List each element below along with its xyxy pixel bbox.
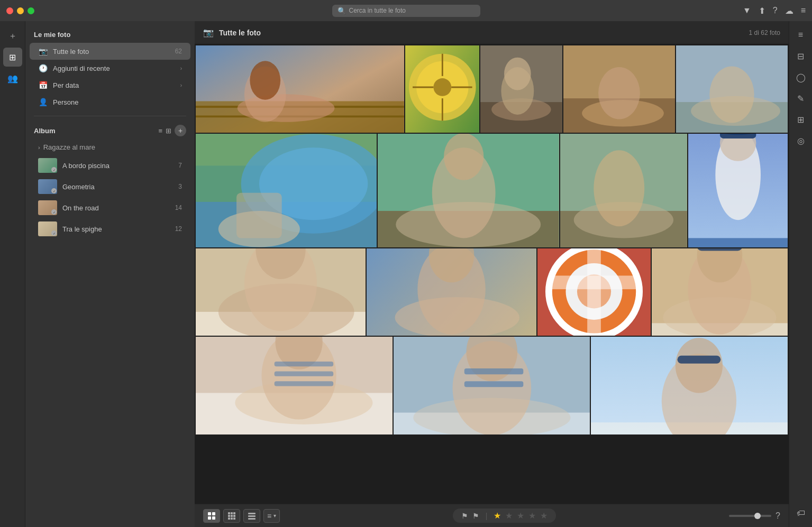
album-label-spighe: Tra le spighe	[62, 225, 170, 233]
search-input[interactable]	[349, 7, 475, 14]
photo-cell-10[interactable]	[196, 248, 366, 336]
svg-rect-76	[275, 362, 334, 366]
svg-rect-93	[208, 516, 211, 520]
flag-button-1[interactable]: ⚑	[461, 512, 468, 520]
album-expand-label: Ragazze al mare	[43, 143, 95, 151]
search-bar[interactable]: 🔍	[332, 5, 480, 17]
photo-cell-4[interactable]	[563, 45, 675, 133]
photo-cell-5[interactable]	[676, 45, 788, 133]
svg-point-27	[709, 67, 754, 123]
rt-eye-icon[interactable]: ◯	[792, 69, 809, 86]
album-thumb-spighe: ✓	[38, 221, 57, 236]
svg-rect-64	[587, 248, 601, 336]
sidebar-item-bydate[interactable]: 📅 Per data ›	[30, 77, 190, 94]
photo-cell-9[interactable]	[688, 134, 788, 247]
album-item-geo[interactable]: ✓ Geometria 3	[30, 176, 190, 197]
list-view-icon[interactable]: ≡	[158, 127, 162, 135]
share-icon[interactable]: ⬆	[759, 6, 765, 16]
grid-small-view-button[interactable]	[223, 509, 240, 523]
star-4[interactable]: ★	[528, 511, 536, 521]
rt-tag-icon[interactable]: 🏷	[792, 505, 809, 522]
album-expand-ragazze[interactable]: › Ragazze al mare	[30, 140, 190, 155]
svg-point-23	[598, 67, 640, 119]
all-photos-icon: 📷	[38, 47, 48, 56]
expand-arrow-icon: ›	[38, 144, 40, 151]
photo-cell-8[interactable]	[560, 134, 687, 247]
album-count-geo: 3	[178, 183, 182, 190]
add-album-button[interactable]: +	[175, 125, 186, 136]
close-button[interactable]	[6, 7, 13, 14]
photo-16	[591, 337, 788, 434]
photo-cell-2[interactable]	[405, 45, 480, 133]
star-1[interactable]: ★	[494, 511, 501, 521]
star-2[interactable]: ★	[505, 511, 513, 521]
zoom-handle[interactable]	[754, 513, 761, 519]
album-label-pool: A bordo piscina	[62, 162, 173, 170]
photos-icon[interactable]: ⊞	[3, 48, 22, 67]
svg-rect-102	[231, 517, 233, 520]
sidebar-divider	[34, 116, 186, 116]
album-item-spighe[interactable]: ✓ Tra le spighe 12	[30, 218, 190, 239]
photo-row-2	[196, 134, 788, 247]
sidebar-item-people[interactable]: 👤 Persone	[30, 94, 190, 110]
bydate-label: Per data	[53, 81, 175, 89]
star-5[interactable]: ★	[540, 511, 548, 521]
sort-button[interactable]: ≡ ▾	[263, 509, 280, 523]
minimize-button[interactable]	[17, 7, 24, 14]
photo-cell-3[interactable]	[480, 45, 562, 133]
photo-cell-1[interactable]	[196, 45, 404, 133]
flag-button-2[interactable]: ⚑	[472, 512, 479, 520]
photo-row-1	[196, 45, 788, 133]
photo-13	[652, 248, 788, 336]
photo-cell-15[interactable]	[394, 337, 590, 434]
rating-box: ⚑ ⚑ | ★ ★ ★ ★ ★	[453, 508, 556, 523]
album-badge-spighe: ✓	[51, 230, 57, 236]
sidebar-item-all[interactable]: 📷 Tutte le foto 62	[30, 43, 190, 60]
maximize-button[interactable]	[28, 7, 34, 14]
photo-cell-7[interactable]	[378, 134, 559, 247]
photo-cell-12[interactable]	[537, 248, 651, 336]
rt-pencil-icon[interactable]: ✎	[792, 90, 809, 107]
filter-icon[interactable]: ▼	[743, 6, 751, 15]
cloud-icon[interactable]: ☁	[785, 6, 793, 16]
rt-filter-icon[interactable]: ⊟	[792, 48, 809, 64]
star-3[interactable]: ★	[517, 511, 524, 521]
content-header-icon: 📷	[203, 27, 214, 38]
photo-cell-14[interactable]	[196, 337, 393, 434]
help-icon[interactable]: ?	[773, 6, 778, 15]
photo-cell-11[interactable]	[367, 248, 536, 336]
photo-8	[560, 134, 687, 247]
main-layout: ＋ ⊞ 👥 Le mie foto 📷 Tutte le foto 62 🕐 A…	[0, 21, 812, 527]
people-icon[interactable]: 👥	[3, 69, 22, 88]
zoom-slider[interactable]	[729, 515, 771, 517]
album-badge-road: ✓	[51, 209, 57, 215]
photo-cell-6[interactable]	[196, 134, 377, 247]
svg-rect-100	[233, 515, 235, 517]
photo-7	[378, 134, 559, 247]
photo-cell-16[interactable]	[591, 337, 788, 434]
album-item-pool[interactable]: ✓ A bordo piscina 7	[30, 155, 190, 176]
photo-cell-13[interactable]	[652, 248, 788, 336]
settings-icon[interactable]: ≡	[801, 6, 806, 15]
list-view-button[interactable]	[243, 509, 260, 523]
add-icon[interactable]: ＋	[3, 26, 22, 45]
album-label-road: On the road	[62, 204, 170, 212]
help-button[interactable]: ?	[775, 511, 780, 521]
sidebar-item-recent[interactable]: 🕐 Aggiunti di recente ›	[30, 60, 190, 77]
svg-rect-85	[464, 381, 523, 387]
rt-crop-icon[interactable]: ⊞	[792, 111, 809, 128]
svg-point-19	[504, 58, 531, 90]
svg-rect-78	[275, 381, 334, 386]
sidebar: Le mie foto 📷 Tutte le foto 62 🕐 Aggiunt…	[25, 21, 195, 527]
svg-rect-101	[228, 517, 230, 520]
album-item-road[interactable]: ✓ On the road 14	[30, 197, 190, 218]
photo-row-3	[196, 248, 788, 336]
photo-1	[196, 45, 404, 133]
rt-adjust-icon[interactable]: ≡	[792, 26, 809, 43]
grid-view-icon[interactable]: ⊞	[166, 127, 171, 135]
grid-large-view-button[interactable]	[203, 509, 220, 523]
album-count-road: 14	[175, 204, 182, 211]
rt-location-icon[interactable]: ◎	[792, 132, 809, 149]
album-count-pool: 7	[178, 162, 182, 169]
albums-actions: ≡ ⊞ +	[158, 125, 186, 136]
